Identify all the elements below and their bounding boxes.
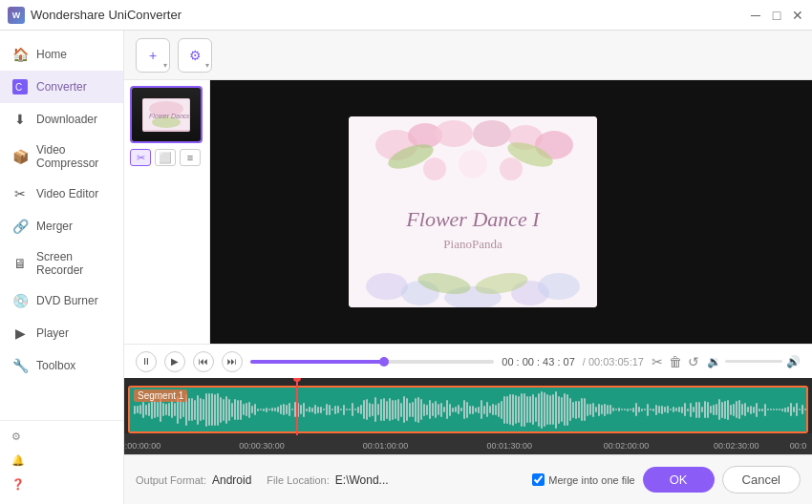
wave-bar bbox=[793, 407, 795, 412]
total-time: / 00:03:05:17 bbox=[583, 356, 644, 368]
wave-bar bbox=[380, 399, 382, 421]
wave-bar bbox=[721, 402, 723, 418]
cut-icon[interactable]: ✂ bbox=[652, 354, 663, 369]
fast-forward-button[interactable]: ⏭ bbox=[222, 351, 243, 372]
settings-button[interactable]: ⚙ ▾ bbox=[178, 38, 212, 73]
redo-icon[interactable]: ↺ bbox=[688, 354, 699, 369]
output-format-value[interactable]: Android bbox=[212, 473, 251, 487]
wave-bar bbox=[498, 403, 500, 417]
output-format-field: Output Format: Android bbox=[136, 473, 251, 487]
file-thumbnail[interactable]: Flower Dance bbox=[130, 86, 203, 143]
wave-bar bbox=[790, 403, 792, 416]
notifications-icon: 🔔 bbox=[11, 454, 25, 467]
wave-bar bbox=[759, 409, 760, 411]
wave-bar bbox=[609, 405, 611, 414]
titlebar: W Wondershare UniConverter ─ □ ✕ bbox=[0, 0, 812, 31]
volume-slider[interactable] bbox=[725, 360, 782, 363]
timeline[interactable]: Segment 1 00:00:00:00 00:00:30:00 00:01:… bbox=[124, 378, 812, 454]
sidebar-item-home[interactable]: 🏠 Home bbox=[0, 38, 123, 71]
wave-bar bbox=[710, 406, 712, 413]
sidebar-item-dvd-burner[interactable]: 💿 DVD Burner bbox=[0, 284, 123, 317]
add-files-icon: + bbox=[149, 48, 157, 63]
svg-point-23 bbox=[538, 273, 580, 300]
wave-bar bbox=[730, 405, 732, 415]
wave-bar bbox=[180, 400, 182, 419]
timeline-cursor[interactable] bbox=[296, 378, 298, 435]
pause-button[interactable]: ⏸ bbox=[136, 351, 157, 372]
preview-content: Flower Dance I PianoPanda bbox=[210, 80, 736, 344]
list-view-button[interactable]: ≡ bbox=[180, 149, 201, 166]
wave-bar bbox=[495, 405, 497, 415]
sidebar-item-screen-recorder[interactable]: 🖥 Screen Recorder bbox=[0, 242, 123, 284]
wave-bar bbox=[753, 407, 755, 413]
wave-bar bbox=[747, 407, 749, 412]
merge-checkbox[interactable] bbox=[532, 473, 545, 486]
sidebar-item-player[interactable]: ▶ Player bbox=[0, 317, 123, 349]
wave-bar bbox=[687, 409, 689, 411]
sidebar-support[interactable]: ❓ bbox=[0, 472, 123, 496]
sidebar-item-video-editor[interactable]: ✂ Video Editor bbox=[0, 178, 123, 210]
crop-view-button[interactable]: ✂ bbox=[130, 149, 151, 166]
settings-icon: ⚙ bbox=[11, 430, 21, 443]
ok-button[interactable]: OK bbox=[643, 467, 715, 493]
rewind-button[interactable]: ⏮ bbox=[193, 351, 214, 372]
progress-thumb bbox=[379, 357, 389, 367]
wave-bar bbox=[587, 404, 588, 416]
wave-bar bbox=[139, 405, 141, 414]
floral-svg: Flower Dance I PianoPanda bbox=[349, 116, 597, 307]
wave-bar bbox=[529, 396, 531, 423]
sidebar-item-toolbox[interactable]: 🔧 Toolbox bbox=[0, 349, 123, 382]
file-location-value[interactable]: E:\Wond... bbox=[335, 473, 389, 487]
wave-bar bbox=[320, 407, 322, 413]
wave-bar bbox=[799, 409, 801, 410]
wave-bar bbox=[767, 409, 769, 410]
segment-1[interactable]: Segment 1 bbox=[128, 386, 808, 433]
wave-bar bbox=[681, 407, 683, 413]
wave-bar bbox=[544, 392, 545, 427]
wave-bar bbox=[569, 398, 571, 421]
add-files-button[interactable]: + ▾ bbox=[136, 38, 170, 73]
wave-bar bbox=[423, 404, 425, 416]
sidebar-item-video-compressor[interactable]: 📦 Video Compressor bbox=[0, 136, 123, 178]
sidebar-item-downloader[interactable]: ⬇ Downloader bbox=[0, 103, 123, 136]
sidebar-item-merger[interactable]: 🔗 Merger bbox=[0, 210, 123, 242]
album-art: Flower Dance I PianoPanda bbox=[349, 116, 597, 307]
close-button[interactable]: ✕ bbox=[791, 9, 804, 22]
wave-bar bbox=[363, 400, 365, 419]
wave-bar bbox=[203, 399, 204, 420]
sidebar-item-converter[interactable]: C Converter bbox=[0, 71, 123, 103]
maximize-button[interactable]: □ bbox=[770, 9, 783, 22]
wave-bar bbox=[638, 407, 640, 412]
wave-bar bbox=[704, 401, 706, 418]
wave-bar bbox=[188, 398, 190, 421]
middle-section: Flower Dance ✂ ⬜ ≡ bbox=[124, 80, 812, 344]
cancel-button[interactable]: Cancel bbox=[722, 466, 801, 494]
segment-label: Segment 1 bbox=[134, 389, 187, 402]
wave-bar bbox=[326, 404, 328, 415]
delete-icon[interactable]: 🗑 bbox=[669, 354, 682, 369]
sidebar-notifications[interactable]: 🔔 bbox=[0, 449, 123, 472]
wave-bar bbox=[443, 407, 445, 412]
wave-bar bbox=[432, 403, 434, 416]
svg-point-20 bbox=[366, 273, 408, 300]
progress-bar[interactable] bbox=[250, 360, 494, 364]
minimize-button[interactable]: ─ bbox=[749, 9, 762, 22]
wave-bar bbox=[137, 406, 139, 413]
wave-bar bbox=[403, 396, 405, 423]
single-view-button[interactable]: ⬜ bbox=[155, 149, 176, 166]
wave-bar bbox=[374, 397, 376, 422]
wave-bar bbox=[741, 404, 743, 415]
wave-bar bbox=[727, 400, 729, 420]
wave-bar bbox=[736, 401, 737, 418]
wave-bar bbox=[234, 399, 236, 420]
wave-bar bbox=[693, 407, 694, 412]
settings-icon: ⚙ bbox=[189, 48, 202, 63]
merge-checkbox-container[interactable]: Merge into one file bbox=[532, 473, 635, 486]
wave-bar bbox=[641, 409, 643, 411]
wave-bar bbox=[165, 404, 167, 415]
sidebar-label-compressor: Video Compressor bbox=[36, 143, 112, 170]
wave-bar bbox=[695, 402, 697, 418]
play-button[interactable]: ▶ bbox=[164, 351, 185, 372]
sidebar-settings[interactable]: ⚙ bbox=[0, 425, 123, 449]
volume-down-icon: 🔉 bbox=[707, 355, 721, 368]
